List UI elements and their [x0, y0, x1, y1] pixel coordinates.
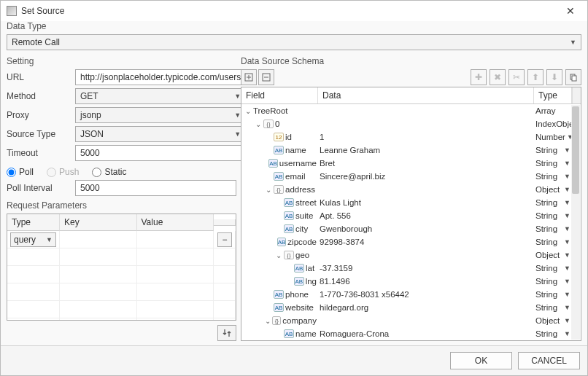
remove-param-button[interactable]: −	[217, 232, 232, 247]
tree-row[interactable]: ⌄{} company Object ▼	[241, 314, 581, 327]
hcol-data[interactable]: Data	[318, 87, 534, 103]
tree-row[interactable]: ⌄{} 0 IndexObject	[241, 117, 581, 130]
field-name: city	[295, 224, 308, 233]
field-type: String	[535, 303, 557, 312]
swap-button[interactable]	[217, 325, 236, 341]
tree-row[interactable]: AB website hildegard.org String ▼	[241, 301, 581, 314]
field-name: name	[285, 146, 306, 154]
expander-icon[interactable]: ⌄	[255, 120, 262, 128]
delete-node-button[interactable]: ✖	[490, 69, 506, 85]
copy-schema-button[interactable]	[565, 69, 581, 85]
close-icon[interactable]: ✕	[560, 5, 581, 17]
field-type: Object	[535, 251, 560, 259]
param-row-empty	[7, 301, 236, 318]
field-name: address	[285, 185, 315, 194]
scrollbar-thumb[interactable]	[572, 106, 579, 194]
string-type-icon: AB	[294, 264, 304, 273]
move-down-button[interactable]: ⬇	[546, 69, 562, 85]
object-type-icon: {}	[263, 120, 274, 128]
string-type-icon: AB	[284, 211, 294, 220]
hcol-field[interactable]: Field	[241, 87, 318, 103]
url-input[interactable]: http://jsonplaceholder.typicode.com/user…	[75, 69, 246, 85]
param-row-empty	[7, 318, 236, 320]
tree-row[interactable]: AB suite Apt. 556 String ▼	[241, 209, 581, 222]
param-type-select[interactable]: query▼	[10, 232, 56, 247]
method-select[interactable]: GET▼	[75, 88, 246, 104]
sourcetype-select[interactable]: JSON▼	[75, 126, 246, 142]
push-radio[interactable]: Push	[47, 167, 79, 177]
field-data: Leanne Graham	[318, 146, 534, 154]
string-type-icon: AB	[274, 290, 284, 299]
window-title: Set Source	[21, 6, 560, 16]
string-type-icon: AB	[268, 159, 278, 168]
field-name: company	[282, 316, 317, 325]
vertical-scrollbar[interactable]	[571, 105, 580, 340]
tree-row[interactable]: AB street Kulas Light String ▼	[241, 196, 581, 209]
sourcetype-value: JSON	[80, 129, 104, 139]
expander-icon[interactable]: ⌄	[265, 317, 271, 325]
datatype-dropdown[interactable]: Remote Call ▼	[7, 34, 581, 50]
field-data: 1-770-736-8031 x56442	[318, 290, 534, 299]
object-type-icon: {}	[274, 185, 284, 194]
param-row-empty	[7, 266, 236, 283]
field-name: website	[285, 303, 314, 312]
field-type: Object	[535, 316, 560, 325]
expand-all-button[interactable]	[241, 69, 257, 85]
reqparams-label: Request Parameters	[7, 200, 236, 211]
sourcetype-label: Source Type	[7, 129, 72, 139]
hcol-scroll	[572, 87, 581, 103]
push-radio-label: Push	[59, 167, 79, 177]
ok-button[interactable]: OK	[450, 352, 512, 369]
field-name: suite	[295, 211, 313, 220]
schema-label: Data Source Schema	[241, 56, 581, 66]
field-type: String	[535, 146, 557, 154]
tree-row[interactable]: ⌄{} address Object ▼	[241, 183, 581, 196]
param-key-cell[interactable]	[60, 231, 137, 248]
param-type-value: query	[14, 235, 36, 245]
field-data: Romaguera-Crona	[318, 329, 534, 338]
param-value-cell[interactable]	[137, 231, 214, 248]
cut-node-button[interactable]: ✂	[508, 69, 525, 85]
col-key[interactable]: Key	[60, 214, 137, 231]
poll-radio[interactable]: Poll	[7, 167, 34, 177]
hcol-type[interactable]: Type	[534, 87, 572, 103]
tree-row[interactable]: AB phone 1-770-736-8031 x56442 String ▼	[241, 288, 581, 301]
tree-row[interactable]: ⌄ TreeRoot Array	[241, 104, 581, 117]
field-type: Array	[535, 106, 555, 115]
field-type: String	[535, 159, 557, 168]
poll-interval-input[interactable]: 5000	[75, 180, 236, 196]
col-value[interactable]: Value	[137, 214, 214, 231]
tree-row[interactable]: AB lng 81.1496 String ▼	[241, 275, 581, 288]
col-action	[214, 219, 236, 226]
tree-row[interactable]: AB name Leanne Graham String ▼	[241, 144, 581, 157]
col-type[interactable]: Type	[7, 214, 60, 231]
expander-icon[interactable]: ⌄	[244, 107, 252, 115]
static-radio[interactable]: Static	[92, 167, 126, 177]
method-value: GET	[80, 91, 98, 101]
string-type-icon: AB	[274, 146, 284, 154]
add-node-button[interactable]: ✚	[471, 69, 487, 85]
tree-row[interactable]: AB lat -37.3159 String ▼	[241, 262, 581, 275]
field-type: String	[535, 277, 557, 286]
url-value: http://jsonplaceholder.typicode.com/user…	[80, 72, 241, 82]
poll-interval-value: 5000	[80, 183, 100, 193]
timeout-input[interactable]: 5000	[75, 145, 246, 161]
tree-row[interactable]: AB zipcode 92998-3874 String ▼	[241, 235, 581, 248]
move-up-button[interactable]: ⬆	[527, 69, 543, 85]
tree-row[interactable]: AB email Sincere@april.biz String ▼	[241, 170, 581, 183]
tree-row[interactable]: AB city Gwenborough String ▼	[241, 222, 581, 235]
chevron-down-icon: ▼	[234, 130, 241, 138]
expander-icon[interactable]: ⌄	[265, 186, 272, 194]
tree-row[interactable]: AB username Bret String ▼	[241, 157, 581, 170]
field-name: id	[285, 133, 292, 141]
tree-row[interactable]: 12 id 1 Number ▼	[241, 130, 581, 144]
string-type-icon: AB	[274, 303, 284, 312]
timeout-label: Timeout	[7, 148, 72, 158]
proxy-select[interactable]: jsonp▼	[75, 107, 246, 123]
tree-row[interactable]: AB name Romaguera-Crona String ▼	[241, 327, 581, 340]
cancel-button[interactable]: CANCEL	[518, 352, 580, 369]
tree-row[interactable]: ⌄{} geo Object ▼	[241, 248, 581, 262]
collapse-all-button[interactable]	[258, 69, 274, 85]
expander-icon[interactable]: ⌄	[275, 251, 282, 259]
field-name: email	[285, 172, 305, 181]
